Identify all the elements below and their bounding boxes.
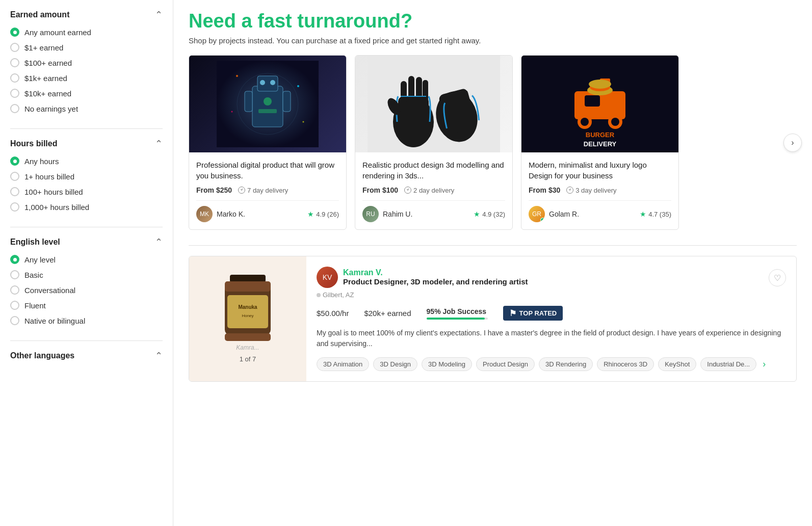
english-any-option[interactable]: Any level bbox=[10, 255, 163, 264]
svg-rect-6 bbox=[245, 91, 252, 112]
svg-text:DELIVERY: DELIVERY bbox=[584, 140, 617, 148]
svg-rect-40 bbox=[225, 281, 271, 292]
freelancer-name-row: KV Kamran V. Product Designer, 3D modele… bbox=[317, 267, 786, 289]
tag-3d-animation[interactable]: 3D Animation bbox=[317, 357, 369, 371]
tag-product-design[interactable]: Product Design bbox=[476, 357, 535, 371]
hours-100plus-option[interactable]: 100+ hours billed bbox=[10, 187, 163, 196]
turnaround-title: Need a fast turnaround? bbox=[189, 10, 797, 32]
svg-rect-19 bbox=[416, 77, 422, 101]
card2-delivery: 2 day delivery bbox=[404, 187, 454, 194]
card2-avatar: RU bbox=[362, 206, 379, 222]
job-success-bar bbox=[427, 318, 488, 320]
svg-rect-7 bbox=[283, 91, 291, 112]
job-success-section: 95% Job Success bbox=[427, 307, 488, 320]
earned-10kplus-option[interactable]: $10k+ earned bbox=[10, 89, 163, 98]
earned-any-radio[interactable] bbox=[10, 28, 19, 37]
project-card-2[interactable]: Realistic product design 3d modelling an… bbox=[355, 55, 513, 230]
english-any-radio[interactable] bbox=[10, 255, 19, 264]
other-languages-header[interactable]: Other languages ⌃ bbox=[10, 350, 163, 361]
project-card-3[interactable]: BURGER DELIVERY Modern, minimalist and l… bbox=[521, 55, 679, 230]
earned-1plus-option[interactable]: $1+ earned bbox=[10, 43, 163, 52]
english-fluent-radio[interactable] bbox=[10, 301, 19, 310]
svg-rect-17 bbox=[401, 81, 407, 104]
svg-point-11 bbox=[297, 85, 299, 87]
offline-status-dot bbox=[317, 293, 321, 297]
card3-rating-value: 4.7 (35) bbox=[648, 211, 671, 218]
hours-1000plus-option[interactable]: 1,000+ hours billed bbox=[10, 202, 163, 212]
online-indicator bbox=[540, 218, 545, 222]
earned-1plus-radio[interactable] bbox=[10, 43, 19, 52]
earned-amount-header[interactable]: Earned amount ⌃ bbox=[10, 9, 163, 20]
card2-title: Realistic product design 3d modelling an… bbox=[362, 160, 505, 181]
english-level-title: English level bbox=[10, 238, 60, 247]
svg-point-5 bbox=[270, 80, 275, 85]
turnaround-subtitle: Shop by projects instead. You can purcha… bbox=[189, 36, 797, 45]
earned-100plus-option[interactable]: $100+ earned bbox=[10, 58, 163, 67]
card3-delivery: 3 day delivery bbox=[566, 187, 616, 194]
card1-rating: ★ 4.9 (26) bbox=[307, 210, 339, 218]
tags-more-button[interactable]: › bbox=[763, 359, 766, 370]
hours-any-radio[interactable] bbox=[10, 156, 19, 166]
earned-amount-options: Any amount earned $1+ earned $100+ earne… bbox=[10, 28, 163, 113]
english-conversational-radio[interactable] bbox=[10, 285, 19, 295]
card1-price: From $250 bbox=[196, 186, 232, 194]
save-freelancer-button[interactable]: ♡ bbox=[769, 269, 786, 286]
tag-3d-design[interactable]: 3D Design bbox=[373, 357, 417, 371]
english-basic-option[interactable]: Basic bbox=[10, 270, 163, 279]
earned-100plus-radio[interactable] bbox=[10, 58, 19, 67]
freelancer-tags: 3D Animation 3D Design 3D Modeling Produ… bbox=[317, 357, 786, 371]
card2-body: Realistic product design 3d modelling an… bbox=[355, 152, 512, 229]
earned-amount-title: Earned amount bbox=[10, 10, 69, 19]
earned-amount-section: Earned amount ⌃ Any amount earned $1+ ea… bbox=[10, 0, 163, 129]
robot-illustration bbox=[217, 61, 319, 147]
other-languages-title: Other languages bbox=[10, 351, 74, 360]
freelancer-earned: $20k+ earned bbox=[364, 309, 411, 318]
card2-footer: RU Rahim U. ★ 4.9 (32) bbox=[362, 200, 505, 222]
earned-none-option[interactable]: No earnings yet bbox=[10, 104, 163, 113]
tag-keyshot[interactable]: KeyShot bbox=[658, 357, 696, 371]
hours-1000plus-radio[interactable] bbox=[10, 202, 19, 212]
sidebar: Earned amount ⌃ Any amount earned $1+ ea… bbox=[0, 0, 173, 526]
svg-text:Manuka: Manuka bbox=[238, 304, 257, 310]
freelancer-stats: $50.00/hr $20k+ earned 95% Job Success bbox=[317, 306, 786, 321]
earned-1kplus-radio[interactable] bbox=[10, 73, 19, 83]
freelancer-avatar: KV bbox=[317, 267, 338, 288]
gloves-illustration bbox=[368, 56, 500, 152]
english-fluent-option[interactable]: Fluent bbox=[10, 301, 163, 310]
freelancer-name: Kamran V. bbox=[343, 268, 528, 277]
svg-point-10 bbox=[236, 75, 238, 77]
hours-1plus-radio[interactable] bbox=[10, 172, 19, 181]
english-conversational-option[interactable]: Conversational bbox=[10, 285, 163, 295]
card1-rating-value: 4.9 (26) bbox=[316, 211, 339, 218]
tag-industrial[interactable]: Industrial De... bbox=[700, 357, 756, 371]
hours-1plus-option[interactable]: 1+ hours billed bbox=[10, 172, 163, 181]
english-native-option[interactable]: Native or bilingual bbox=[10, 316, 163, 325]
page-indicator: 1 of 7 bbox=[240, 355, 256, 363]
earned-1kplus-option[interactable]: $1k+ earned bbox=[10, 73, 163, 83]
project-card-1[interactable]: Professional digital product that will g… bbox=[189, 55, 347, 230]
hours-billed-chevron: ⌃ bbox=[155, 138, 163, 149]
turnaround-section: Need a fast turnaround? Shop by projects… bbox=[189, 10, 797, 45]
card3-author: GR Golam R. bbox=[529, 206, 579, 222]
tag-3d-modeling[interactable]: 3D Modeling bbox=[422, 357, 472, 371]
earned-none-radio[interactable] bbox=[10, 104, 19, 113]
card1-body: Professional digital product that will g… bbox=[189, 152, 346, 229]
tag-3d-rendering[interactable]: 3D Rendering bbox=[539, 357, 593, 371]
hours-100plus-radio[interactable] bbox=[10, 187, 19, 196]
earned-any-option[interactable]: Any amount earned bbox=[10, 28, 163, 37]
svg-rect-2 bbox=[252, 86, 283, 127]
svg-rect-44 bbox=[225, 333, 271, 341]
hours-billed-header[interactable]: Hours billed ⌃ bbox=[10, 138, 163, 149]
card2-star-icon: ★ bbox=[474, 210, 480, 218]
english-basic-radio[interactable] bbox=[10, 270, 19, 279]
english-native-radio[interactable] bbox=[10, 316, 19, 325]
freelancer-watermark: Kamra... bbox=[236, 344, 259, 351]
tag-rhinoceros[interactable]: Rhinoceros 3D bbox=[597, 357, 654, 371]
card1-avatar: MK bbox=[196, 206, 213, 222]
cards-next-button[interactable]: › bbox=[783, 134, 802, 152]
svg-point-12 bbox=[231, 111, 233, 113]
hours-any-option[interactable]: Any hours bbox=[10, 156, 163, 166]
english-level-header[interactable]: English level ⌃ bbox=[10, 236, 163, 248]
earned-10kplus-radio[interactable] bbox=[10, 89, 19, 98]
freelancer-preview-image: Manuka Honey bbox=[202, 275, 294, 341]
